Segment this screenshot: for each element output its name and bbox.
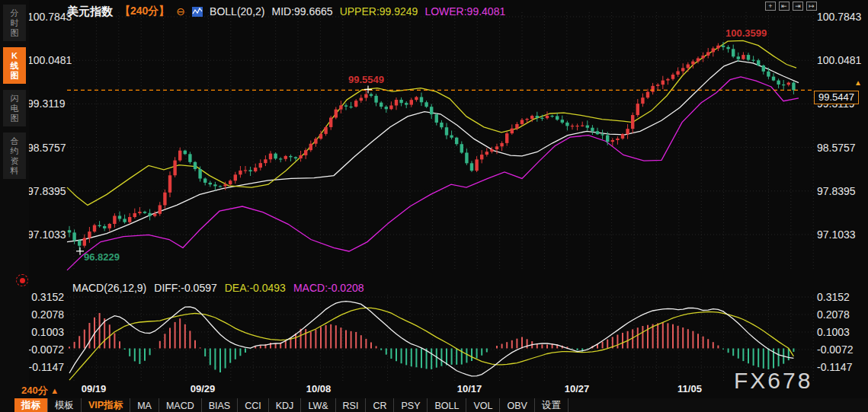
toolbar-item-CCI[interactable]: CCI (238, 398, 269, 412)
extreme-cross-marker (364, 86, 372, 94)
alert-indicator-icon[interactable] (16, 274, 28, 286)
boll-upper-value: UPPER:99.9249 (340, 5, 418, 18)
boll-indicator-icon[interactable] (192, 7, 203, 17)
xaxis-period-label[interactable]: 240分 ▲ (21, 384, 59, 398)
macd-axis-label-right: -0.0072 (817, 343, 853, 356)
tab-char: 电 (11, 104, 19, 113)
macd-diff-value: DIFF:-0.0597 (154, 282, 216, 294)
toolbar-item-LW&[interactable]: LW& (301, 398, 335, 412)
macd-dea-value: DEA:-0.0493 (225, 282, 286, 294)
tab-char: 资 (11, 156, 19, 165)
sidebar-tab-合约资料[interactable]: 合约资料 (3, 133, 26, 179)
xaxis-date-label: 10/27 (565, 383, 590, 394)
tab-char: 线 (11, 61, 19, 70)
macd-axis-label-right: -0.1147 (817, 361, 852, 373)
bollinger-bands (67, 40, 799, 270)
macd-axis-label-left: 0.3152 (27, 291, 64, 303)
macd-pane (69, 302, 793, 381)
price-axis-label-right: 100.0481 (817, 54, 861, 66)
toolbar-item-KDJ[interactable]: KDJ (269, 398, 302, 412)
sidebar-tab-K线图[interactable]: K线图 (3, 47, 26, 84)
macd-macd-value: MACD:-0.0208 (293, 282, 364, 294)
price-annotation: 100.3599 (725, 27, 767, 39)
toolbar-item-模板[interactable]: 模板 (48, 398, 82, 412)
indicator-toolbar: 指标模板VIP指标MAMACDBIASCCIKDJLW&RSICRPSYBOLL… (14, 398, 868, 412)
boll-mid-value: MID:99.6665 (271, 5, 332, 18)
price-up-arrow-icon: ▲ (854, 79, 862, 87)
boll-params: BOLL(20,2) (210, 5, 264, 18)
macd-params: MACD(26,12,9) (72, 282, 146, 294)
boll-lower-value: LOWER:99.4081 (424, 5, 505, 18)
symbol-name: 美元指数 (67, 5, 113, 19)
chart-canvas[interactable] (0, 0, 868, 412)
toolbar-item-OBV[interactable]: OBV (500, 398, 534, 412)
macd-axis-label-left: 0.2078 (27, 308, 64, 321)
macd-axis-label-right: 0.3152 (817, 291, 850, 303)
chart-tool-buttons: +⇤⇥↦ (765, 2, 817, 11)
price-axis-label-right: 97.1033 (817, 228, 856, 241)
chart-header: 美元指数 【240分】 ⊖ BOLL(20,2) MID:99.6665 UPP… (67, 5, 505, 18)
sidebar-tab-分时图[interactable]: 分时图 (3, 5, 26, 41)
toolbar-item-CR[interactable]: CR (366, 398, 394, 412)
macd-axis-label-left: -0.0072 (27, 343, 64, 356)
expand-icon[interactable]: ↦ (806, 2, 817, 11)
tab-char: 料 (11, 166, 19, 175)
xaxis-date-label: 10/17 (457, 383, 482, 394)
grid (67, 12, 814, 381)
tab-char: 图 (11, 71, 19, 80)
tab-char: 图 (11, 28, 19, 37)
collapse-circle-icon[interactable]: ⊖ (176, 6, 185, 17)
crosshair-icon[interactable]: + (765, 2, 776, 11)
toolbar-item-RSI[interactable]: RSI (336, 398, 367, 412)
boll_mid-line (67, 61, 799, 242)
scale-right-icon[interactable]: ⇥ (793, 2, 803, 11)
toolbar-item-PSY[interactable]: PSY (394, 398, 428, 412)
macd-axis-label-left: 0.1003 (27, 326, 64, 338)
trading-app-window: 分时图K线图闪电图合约资料 美元指数 【240分】 ⊖ BOLL(20,2) M… (0, 0, 868, 412)
macd-axis-label-right: 0.1003 (817, 326, 850, 338)
xaxis-date-label: 10/08 (306, 383, 332, 394)
tab-char: 约 (11, 146, 19, 155)
toolbar-item-MACD[interactable]: MACD (159, 398, 202, 412)
macd_dea-line (69, 308, 793, 380)
price-axis-label-left: 100.7843 (27, 11, 64, 23)
toolbar-item-BIAS[interactable]: BIAS (202, 398, 239, 412)
fx678-watermark: FX678 (734, 368, 812, 394)
price-axis-label-left: 97.8395 (27, 185, 64, 197)
toolbar-item-指标[interactable]: 指标 (14, 398, 48, 412)
price-axis-label-right: 100.7843 (817, 11, 861, 23)
price-annotation: 99.5549 (348, 74, 384, 85)
scale-left-icon[interactable]: ⇤ (779, 2, 790, 11)
period-badge[interactable]: 【240分】 (120, 5, 169, 18)
sidebar-tab-闪电图[interactable]: 闪电图 (3, 90, 26, 126)
tab-char: 图 (11, 113, 19, 123)
toolbar-item-BOLL[interactable]: BOLL (428, 398, 466, 412)
boll_lower-line (67, 77, 799, 270)
price-axis-label-left: 100.0481 (27, 54, 64, 66)
toolbar-item-MA[interactable]: MA (130, 398, 159, 412)
xaxis-date-label: 09/29 (191, 383, 216, 394)
sidebar-tabs: 分时图K线图闪电图合约资料 (0, 5, 29, 179)
price-axis-label-right: 97.8395 (817, 185, 856, 197)
period-up-triangle-icon: ▲ (50, 386, 59, 395)
toolbar-item-VIP指标[interactable]: VIP指标 (82, 398, 130, 412)
macd-axis-label-left: -0.1147 (27, 361, 64, 373)
tab-char: K (11, 51, 18, 60)
toolbar-item-设置[interactable]: 设置 (535, 398, 569, 412)
macd-axis-label-right: 0.2078 (817, 308, 850, 321)
alert-dot-core (20, 278, 25, 283)
macd-header: MACD(26,12,9) DIFF:-0.0597 DEA:-0.0493 M… (72, 282, 364, 294)
price-axis-label-left: 98.5757 (27, 142, 64, 154)
price-axis-label-left: 99.3119 (27, 97, 64, 110)
xaxis-date-label: 09/19 (82, 383, 107, 394)
price-annotation: 96.8229 (84, 251, 120, 263)
candles (68, 42, 796, 251)
tab-char: 分 (11, 8, 19, 18)
xaxis-date-label: 11/05 (677, 383, 702, 394)
extreme-cross-marker (76, 248, 84, 255)
chart-type-sidebar: 分时图K线图闪电图合约资料 (0, 0, 29, 412)
tab-char: 合 (11, 136, 19, 145)
price-axis-label-right: 98.5757 (817, 142, 856, 154)
toolbar-item-VOL[interactable]: VOL (466, 398, 500, 412)
last-price-tag: 99.5447 (814, 91, 859, 104)
